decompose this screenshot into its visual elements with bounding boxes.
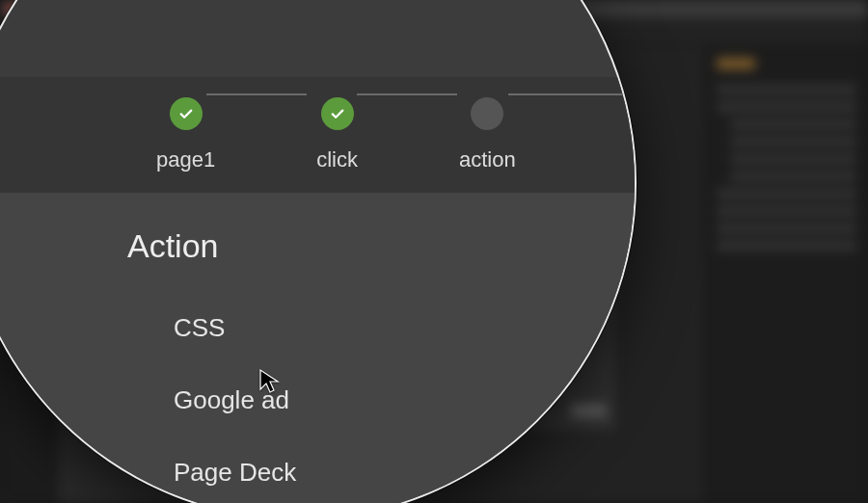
action-item-css[interactable]: CSS [127, 292, 635, 364]
action-item-label: Google ad [174, 385, 289, 414]
checkmark-icon [170, 97, 203, 130]
action-panel: Action CSS Google ad Page Deck [0, 193, 635, 503]
step-label: click [316, 147, 358, 172]
action-item-page-deck[interactable]: Page Deck [127, 437, 635, 503]
action-item-google-ad[interactable]: Google ad [127, 364, 635, 437]
step-pending-icon [471, 97, 503, 130]
panel-title: Action [127, 227, 635, 265]
checkmark-icon [321, 97, 354, 130]
action-item-label: CSS [174, 313, 225, 342]
action-item-label: Page Deck [174, 458, 296, 487]
magnifier-lens: page1 click action Action CSS Goo [0, 0, 637, 503]
step-label: page1 [156, 147, 215, 172]
step-page1[interactable]: page1 [156, 97, 215, 172]
step-action[interactable]: action [459, 97, 516, 172]
step-label: action [459, 147, 516, 172]
step-click[interactable]: click [316, 97, 358, 172]
right-sidebar [704, 46, 868, 503]
action-list: CSS Google ad Page Deck [127, 292, 635, 503]
stepper: page1 click action [0, 77, 635, 193]
